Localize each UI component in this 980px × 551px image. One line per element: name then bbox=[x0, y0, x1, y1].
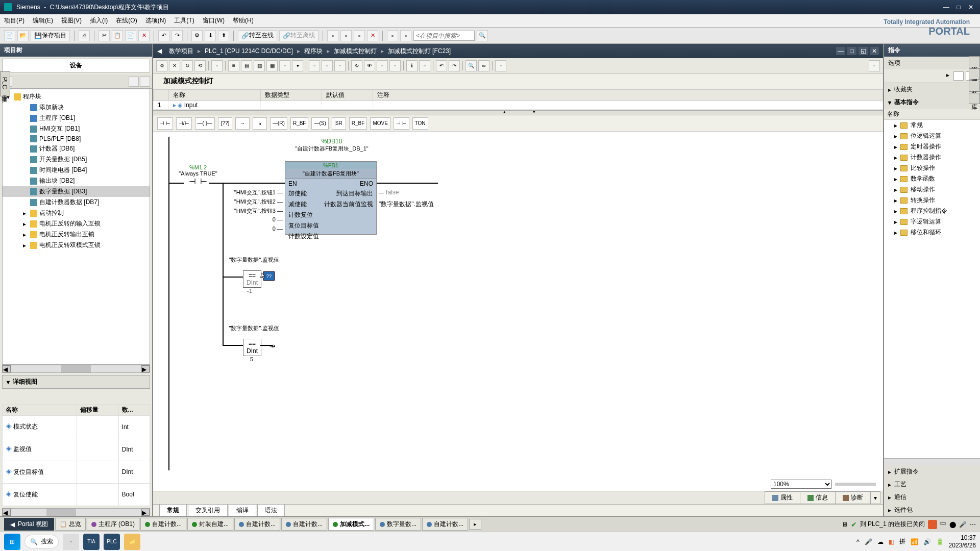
tray-mic-icon[interactable]: 🎤 bbox=[865, 538, 872, 545]
et-btn[interactable]: ℹ bbox=[406, 60, 418, 71]
instruction-folder[interactable]: ▸移位和循环 bbox=[884, 227, 980, 238]
vtab-1[interactable]: 指令 bbox=[969, 56, 980, 67]
editor-tab[interactable]: 自建计数... bbox=[281, 518, 327, 531]
tree-tb-icon-2[interactable] bbox=[129, 77, 139, 87]
et-btn[interactable]: ▫ bbox=[334, 60, 346, 71]
editor-tab[interactable]: 封装自建... bbox=[187, 518, 233, 531]
optional-section[interactable]: ▸选件包 bbox=[884, 504, 980, 516]
et-btn[interactable]: ∞ bbox=[478, 60, 489, 71]
tech-section[interactable]: ▸工艺 bbox=[884, 478, 980, 491]
instruction-folder[interactable]: ▸程序控制指令 bbox=[884, 206, 980, 216]
tb-icon-6[interactable]: ▫ bbox=[400, 30, 411, 41]
upload-button[interactable]: ⬆ bbox=[218, 30, 229, 41]
taskbar-search[interactable]: 🔍 搜索 bbox=[24, 535, 59, 548]
tree-item[interactable]: ▸电机正反转双模式互锁 bbox=[3, 240, 150, 251]
tb-icon-2[interactable]: ▫ bbox=[340, 30, 352, 41]
et-btn[interactable]: ▫ bbox=[389, 60, 401, 71]
tree-item[interactable]: 自建计数器数据 [DB7] bbox=[3, 197, 150, 208]
lad-instruction-button[interactable]: SR bbox=[332, 117, 346, 130]
detail-hscroll[interactable]: ◀ ▶ bbox=[2, 508, 150, 516]
undo-button[interactable]: ↶ bbox=[158, 30, 169, 41]
lad-instruction-button[interactable]: R_BF bbox=[349, 117, 368, 130]
detail-row[interactable]: ◈ 复位目标值DInt bbox=[3, 461, 150, 483]
tb-icon-3[interactable]: ▫ bbox=[354, 30, 365, 41]
project-tree[interactable]: ▾ 程序块 添加新块主程序 [OB1]HMI交互 [DB1]PLS/PLF [D… bbox=[2, 89, 150, 365]
inspector-collapse[interactable]: ▾ bbox=[870, 491, 880, 504]
tb-icon-1[interactable]: ▫ bbox=[327, 30, 338, 41]
portal-view-button[interactable]: ◀ Portal 视图 bbox=[4, 518, 54, 531]
lad-instruction-button[interactable]: —( )— bbox=[195, 117, 215, 130]
instruction-folder[interactable]: ▸常规 bbox=[884, 120, 980, 131]
delete-button[interactable]: ✕ bbox=[138, 30, 150, 41]
zoom-select[interactable]: 100% bbox=[771, 480, 832, 489]
crumb-5[interactable]: 加减模式控制灯 [FC23] bbox=[384, 47, 455, 56]
btab-compile[interactable]: 编译 bbox=[229, 504, 256, 516]
crumb-2[interactable]: PLC_1 [CPU 1214C DC/DC/DC] bbox=[201, 47, 297, 55]
lad-instruction-button[interactable]: → bbox=[235, 117, 250, 130]
editor-tab[interactable]: 加减模式... bbox=[328, 518, 374, 531]
compile-button[interactable]: ⚙ bbox=[191, 30, 203, 41]
paste-button[interactable]: 📄 bbox=[125, 30, 136, 41]
tray-volume-icon[interactable]: 🔊 bbox=[923, 538, 931, 545]
lad-instruction-button[interactable]: —(R) bbox=[270, 117, 287, 130]
instruction-folder[interactable]: ▸定时器操作 bbox=[884, 141, 980, 152]
var-col-type[interactable]: 数据类型 bbox=[261, 90, 322, 101]
vtab-4[interactable]: 库 bbox=[969, 93, 980, 104]
et-btn[interactable]: ↷ bbox=[449, 60, 460, 71]
detail-row[interactable]: ◈ 监视值DInt bbox=[3, 438, 150, 461]
tree-hscroll[interactable]: ◀ ▶ bbox=[2, 365, 150, 373]
inspector-tab-diag[interactable]: 诊断 bbox=[835, 491, 871, 504]
scroll-left-arrow[interactable]: ◀ bbox=[3, 509, 11, 516]
crumb-3[interactable]: 程序块 bbox=[300, 47, 327, 56]
go-offline-button[interactable]: 🔗 转至离线 bbox=[279, 30, 318, 41]
instruction-folder[interactable]: ▸比较操作 bbox=[884, 163, 980, 173]
et-btn[interactable]: ↶ bbox=[436, 60, 447, 71]
close-button[interactable]: ✕ bbox=[966, 3, 976, 11]
detail-col-offset[interactable]: 偏移量 bbox=[77, 405, 118, 416]
compare-block-2[interactable]: == DInt bbox=[243, 339, 261, 356]
tree-item[interactable]: ▸电机正反转输出互锁 bbox=[3, 229, 150, 240]
tray-battery-icon[interactable]: 🔋 bbox=[936, 538, 944, 545]
et-btn[interactable]: ▫ bbox=[322, 60, 333, 71]
breadcrumb-back[interactable]: ◀ bbox=[157, 47, 162, 55]
et-btn[interactable]: 👁 bbox=[364, 60, 375, 71]
et-btn[interactable]: ▦ bbox=[266, 60, 278, 71]
interface-splitter[interactable] bbox=[153, 110, 883, 115]
scroll-left-arrow[interactable]: ◀ bbox=[3, 365, 11, 372]
lad-instruction-button[interactable]: ↳ bbox=[253, 117, 267, 130]
var-col-name[interactable]: 名称 bbox=[169, 90, 261, 101]
redo-button[interactable]: ↷ bbox=[172, 30, 183, 41]
status-ime[interactable]: 中 bbox=[940, 520, 946, 529]
status-mic-icon[interactable]: 🎤 bbox=[959, 521, 967, 528]
menu-window[interactable]: 窗口(W) bbox=[203, 16, 225, 25]
tree-item[interactable]: ▸点动控制 bbox=[3, 208, 150, 218]
fb-call-block[interactable]: %FB1 "自建计数器FB复用块" ENENO 加使能到达目标输出减使能计数器当… bbox=[285, 161, 377, 235]
crumb-4[interactable]: 加减模式控制灯 bbox=[330, 47, 381, 56]
lad-instruction-button[interactable]: TON bbox=[412, 117, 428, 130]
var-row[interactable]: 1 ▸ ◈ Input bbox=[154, 101, 883, 110]
et-btn[interactable]: ≡ bbox=[228, 60, 239, 71]
print-button[interactable]: 🖨 bbox=[79, 30, 90, 41]
menu-view[interactable]: 视图(V) bbox=[61, 16, 82, 25]
et-btn[interactable]: ▫ bbox=[211, 60, 223, 71]
tree-item[interactable]: ▸电机正反转的输入互锁 bbox=[3, 218, 150, 229]
et-btn[interactable]: ▫ bbox=[419, 60, 430, 71]
open-project-button[interactable]: 📂 bbox=[17, 30, 29, 41]
et-btn[interactable]: ⟲ bbox=[194, 60, 206, 71]
download-button[interactable]: ⬇ bbox=[205, 30, 216, 41]
more-tabs[interactable]: ▸ bbox=[469, 519, 481, 530]
et-btn[interactable]: ▫ bbox=[309, 60, 320, 71]
project-search-input[interactable] bbox=[413, 31, 475, 41]
detail-row[interactable]: ◈ 复位使能Bool bbox=[3, 483, 150, 506]
instr-hscroll[interactable] bbox=[884, 458, 980, 465]
comm-section[interactable]: ▸通信 bbox=[884, 491, 980, 504]
var-col-default[interactable]: 默认值 bbox=[322, 90, 373, 101]
taskbar-clock[interactable]: 10:37 2023/6/26 bbox=[949, 534, 976, 549]
overview-tab[interactable]: 📋 总览 bbox=[55, 518, 86, 531]
lad-instruction-button[interactable]: ⊣ ⊢ bbox=[157, 117, 173, 130]
plc-tags-side-tab[interactable]: PLC 变量 bbox=[0, 71, 10, 96]
taskbar-app-explorer[interactable]: 📁 bbox=[124, 534, 140, 550]
menu-insert[interactable]: 插入(I) bbox=[90, 16, 108, 25]
detail-view-header[interactable]: ▾详细视图 bbox=[2, 375, 150, 389]
inspector-tab-info[interactable]: 信息 bbox=[800, 491, 836, 504]
